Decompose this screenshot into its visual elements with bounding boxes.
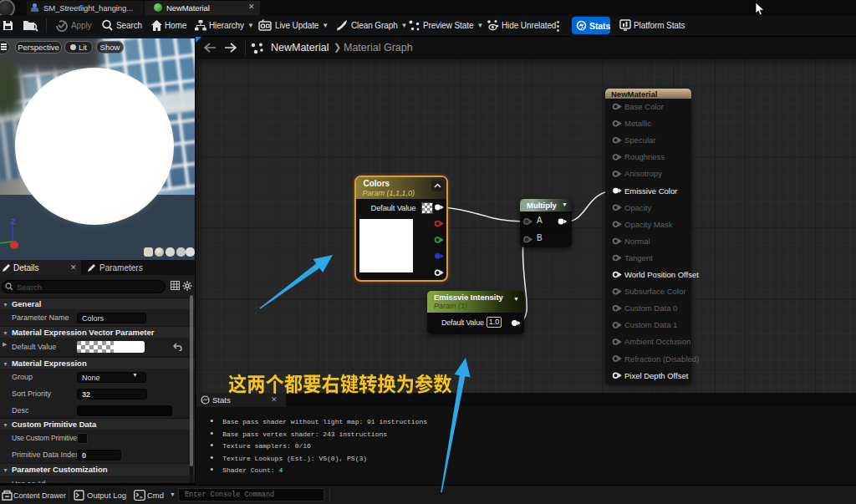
svg-text:Z: Z [11,217,16,226]
